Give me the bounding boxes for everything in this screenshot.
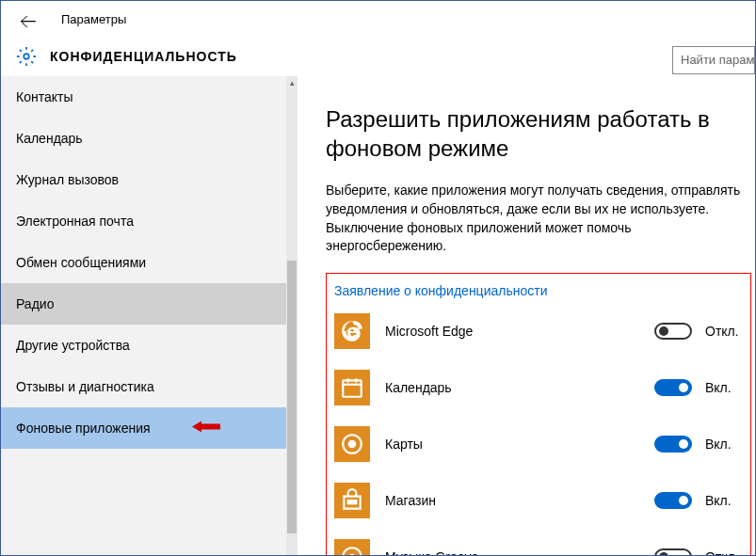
app-row-2: КартыВкл.: [334, 426, 743, 462]
sidebar-item-label: Контакты: [16, 89, 72, 104]
sidebar-item-label: Отзывы и диагностика: [16, 379, 154, 394]
app-name: Календарь: [385, 380, 654, 395]
sidebar-item-4[interactable]: Обмен сообщениями: [1, 242, 298, 283]
toggle-status: Вкл.: [705, 380, 743, 395]
calendar-icon: [334, 370, 370, 405]
sidebar-scrollbar[interactable]: ▴: [286, 76, 298, 555]
app-row-0: eMicrosoft EdgeОткл.: [334, 313, 743, 349]
sidebar-item-3[interactable]: Электронная почта: [1, 200, 298, 242]
edge-icon: e: [334, 313, 370, 349]
sidebar-item-2[interactable]: Журнал вызовов: [1, 159, 298, 200]
sidebar-item-0[interactable]: Контакты: [1, 76, 298, 118]
app-row-1: КалендарьВкл.: [334, 370, 743, 405]
app-toggle[interactable]: [654, 436, 692, 453]
svg-rect-16: [353, 500, 356, 503]
sidebar-item-label: Электронная почта: [16, 214, 134, 229]
sidebar-item-5[interactable]: Радио: [1, 283, 298, 325]
app-toggle[interactable]: [654, 492, 692, 509]
highlight-box: Заявление о конфиденциальности eMicrosof…: [326, 273, 751, 555]
sidebar-item-7[interactable]: Отзывы и диагностика: [1, 366, 298, 407]
sidebar-item-label: Другие устройства: [16, 338, 130, 353]
scrollbar-thumb[interactable]: [287, 261, 297, 533]
page-title: КОНФИДЕНЦИАЛЬНОСТЬ: [50, 49, 237, 64]
svg-point-18: [349, 554, 356, 556]
svg-rect-15: [348, 500, 351, 503]
app-toggle[interactable]: [654, 379, 692, 396]
app-row-4: Музыка GrooveОткл.: [334, 539, 743, 555]
sidebar-item-1[interactable]: Календарь: [1, 118, 298, 159]
sidebar-item-8[interactable]: Фоновые приложения: [1, 407, 298, 449]
svg-marker-1: [192, 421, 220, 433]
toggle-status: Вкл.: [705, 437, 743, 452]
app-toggle[interactable]: [654, 323, 692, 340]
toggle-status: Откл.: [705, 549, 743, 555]
main-content: Разрешить приложениям работать в фоновом…: [298, 76, 755, 555]
arrow-marker-icon: [192, 421, 222, 437]
sidebar-item-label: Журнал вызовов: [16, 172, 119, 187]
svg-point-14: [349, 441, 356, 448]
toggle-status: Вкл.: [705, 493, 743, 508]
search-input[interactable]: Найти парам: [672, 46, 755, 74]
sidebar: КонтактыКалендарьЖурнал вызововЭлектронн…: [1, 76, 298, 555]
main-description: Выберите, какие приложения могут получат…: [326, 182, 755, 255]
sidebar-item-6[interactable]: Другие устройства: [1, 325, 298, 366]
sidebar-item-label: Обмен сообщениями: [16, 255, 146, 270]
back-button[interactable]: 🡠: [20, 8, 44, 36]
app-name: Магазин: [385, 493, 654, 508]
app-name: Музыка Groove: [385, 549, 654, 555]
svg-point-0: [24, 54, 29, 59]
sidebar-item-label: Фоновые приложения: [16, 421, 151, 436]
svg-text:e: e: [347, 320, 358, 341]
breadcrumb: Параметры: [61, 12, 126, 26]
music-icon: [334, 539, 370, 555]
toggle-status: Откл.: [705, 324, 743, 339]
store-icon: [334, 483, 370, 518]
gear-icon: [16, 46, 37, 67]
app-name: Карты: [385, 437, 654, 452]
app-row-3: МагазинВкл.: [334, 483, 743, 518]
sidebar-item-label: Календарь: [16, 131, 83, 146]
svg-rect-3: [343, 380, 362, 396]
scroll-up-icon[interactable]: ▴: [286, 76, 298, 89]
maps-icon: [334, 426, 370, 462]
sidebar-item-label: Радио: [16, 296, 54, 311]
app-name: Microsoft Edge: [385, 324, 654, 339]
main-heading: Разрешить приложениям работать в фоновом…: [326, 104, 755, 163]
privacy-statement-link[interactable]: Заявление о конфиденциальности: [334, 283, 547, 298]
app-toggle[interactable]: [654, 548, 692, 555]
